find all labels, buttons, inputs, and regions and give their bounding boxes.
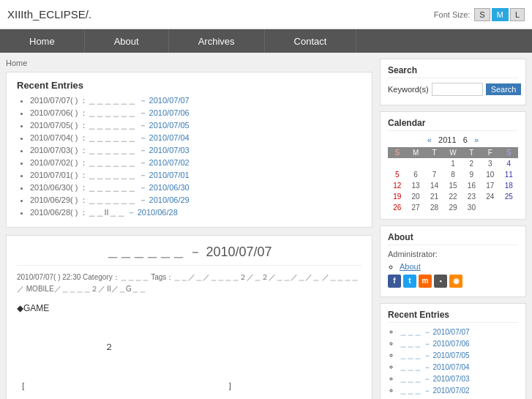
sidebar-recent-entries: Recent Entries ＿＿＿ － 2010/07/07＿＿＿ － 201… xyxy=(380,303,526,399)
cal-day[interactable]: 17 xyxy=(481,180,499,191)
cal-day[interactable]: 5 xyxy=(388,169,406,180)
cal-day[interactable]: 2 xyxy=(462,158,481,169)
cal-day[interactable]: 30 xyxy=(462,202,481,213)
post-content: ◆GAME ２ ［ ］ － 「Great Masters' GP」＿＿＿＿!!!… xyxy=(17,301,361,399)
list-item: 2010/07/06( ) ：＿＿＿＿＿＿ － 2010/07/06 xyxy=(30,108,361,119)
calendar-table: « 2011 6 » S M T W T F xyxy=(388,135,518,213)
search-title: Search xyxy=(388,65,518,78)
cal-th-sat: S xyxy=(500,147,518,158)
list-item: 2010/06/29( ) ：＿＿＿＿＿＿ － 2010/06/29 xyxy=(30,195,361,206)
list-item: ＿＿＿ － 2010/07/06 xyxy=(400,339,518,349)
cal-prev[interactable]: « xyxy=(427,135,432,144)
cal-day[interactable]: 12 xyxy=(388,180,406,191)
cal-day[interactable]: 25 xyxy=(500,191,518,202)
cal-day xyxy=(388,158,406,169)
cal-day[interactable]: 26 xyxy=(388,202,406,213)
post-title: ＿＿＿＿＿＿ － 2010/07/07 xyxy=(17,243,361,266)
post-line xyxy=(17,359,361,373)
calendar-title: Calendar xyxy=(388,118,518,131)
cal-day[interactable]: 11 xyxy=(500,169,518,180)
cal-th-sun: S xyxy=(388,147,406,158)
post-area: ＿＿＿＿＿＿ － 2010/07/07 2010/07/07( ) 22:30 … xyxy=(6,235,372,399)
keyword-label: Keyword(s) xyxy=(388,85,429,94)
cal-th-tue: T xyxy=(425,147,443,158)
cal-day[interactable]: 15 xyxy=(443,180,462,191)
nav-archives[interactable]: Archives xyxy=(169,29,265,53)
cal-day xyxy=(481,202,499,213)
cal-year: 2011 xyxy=(438,135,456,144)
calendar-section: Calendar « 2011 6 » S M T W xyxy=(380,111,526,220)
font-size-widget: Font Size: S M L xyxy=(434,8,525,21)
fc-icon[interactable]: f xyxy=(388,275,401,288)
cal-day[interactable]: 21 xyxy=(425,191,443,202)
font-size-l[interactable]: L xyxy=(510,8,525,21)
recent-entries-box: Recent Entries 2010/07/07( ) ：＿＿＿＿＿＿ － 2… xyxy=(6,72,372,228)
list-item: ＿＿＿ － 2010/07/03 xyxy=(400,374,518,384)
cal-day[interactable]: 9 xyxy=(462,169,481,180)
tw-icon[interactable]: t xyxy=(403,275,416,288)
search-input[interactable] xyxy=(432,83,483,96)
about-link[interactable]: About xyxy=(400,262,421,271)
cal-th-mon: M xyxy=(406,147,424,158)
list-item: 2010/07/07( ) ：＿＿＿＿＿＿ － 2010/07/07 xyxy=(30,95,361,106)
layout: Home Recent Entries 2010/07/07( ) ：＿＿＿＿＿… xyxy=(0,53,532,399)
cal-month: 6 xyxy=(463,135,468,144)
rss-icon[interactable]: ◉ xyxy=(449,275,462,288)
list-item: ＿＿＿ － 2010/07/07 xyxy=(400,327,518,338)
top-bar: XIIIth_ECLIPSE/. Font Size: S M L xyxy=(0,0,532,29)
cal-day[interactable]: 7 xyxy=(425,169,443,180)
cal-day[interactable]: 28 xyxy=(425,202,443,213)
list-item: 2010/07/04( ) ：＿＿＿＿＿＿ － 2010/07/04 xyxy=(30,133,361,143)
post-line: ２ xyxy=(17,340,361,354)
search-button[interactable]: Search xyxy=(486,83,522,95)
cal-day[interactable]: 1 xyxy=(443,158,462,169)
cal-day[interactable]: 10 xyxy=(481,169,499,180)
nav-home[interactable]: Home xyxy=(0,29,85,53)
cal-day[interactable]: 16 xyxy=(462,180,481,191)
cal-th-wed: W xyxy=(443,147,462,158)
cal-day[interactable]: 3 xyxy=(481,158,499,169)
entry-list: 2010/07/07( ) ：＿＿＿＿＿＿ － 2010/07/072010/0… xyxy=(17,95,361,218)
sidebar: Search Keyword(s) Search Calendar « 2011… xyxy=(380,59,526,399)
post-line: ◆GAME xyxy=(17,301,361,316)
cal-day[interactable]: 18 xyxy=(500,180,518,191)
cal-day[interactable]: 8 xyxy=(443,169,462,180)
cal-day[interactable]: 20 xyxy=(406,191,424,202)
cal-th-fri: F xyxy=(481,147,499,158)
nav-about[interactable]: About xyxy=(85,29,169,53)
cal-day[interactable]: 6 xyxy=(406,169,424,180)
list-item: 2010/07/02( ) ：＿＿＿＿＿＿ － 2010/07/02 xyxy=(30,157,361,168)
main-content: Home Recent Entries 2010/07/07( ) ：＿＿＿＿＿… xyxy=(6,59,372,399)
list-item: ＿＿＿ － 2010/07/05 xyxy=(400,351,518,361)
breadcrumb: Home xyxy=(6,59,372,67)
mb-icon[interactable]: m xyxy=(419,275,432,288)
sidebar-recent-title: Recent Entries xyxy=(388,310,518,323)
cal-day xyxy=(500,202,518,213)
font-size-m[interactable]: M xyxy=(492,8,509,21)
cal-day[interactable]: 23 xyxy=(462,191,481,202)
cal-day[interactable]: 27 xyxy=(406,202,424,213)
calendar-caption: « 2011 6 » xyxy=(388,135,518,144)
cal-day[interactable]: 19 xyxy=(388,191,406,202)
list-item: 2010/06/30( ) ：＿＿＿＿＿＿ － 2010/06/30 xyxy=(30,182,361,193)
list-item: ＿＿＿ － 2010/07/02 xyxy=(400,386,518,396)
font-size-s[interactable]: S xyxy=(474,8,490,21)
cal-next[interactable]: » xyxy=(474,135,479,144)
cal-day[interactable]: 22 xyxy=(443,191,462,202)
cal-day[interactable]: 29 xyxy=(443,202,462,213)
about-section: About Administrator: About f t m ▪ ◉ xyxy=(380,225,526,297)
cal-day[interactable]: 24 xyxy=(481,191,499,202)
list-item: 2010/07/01( ) ：＿＿＿＿＿＿ － 2010/07/01 xyxy=(30,170,361,181)
cal-day[interactable]: 13 xyxy=(406,180,424,191)
list-item: 2010/07/05( ) ：＿＿＿＿＿＿ － 2010/07/05 xyxy=(30,120,361,131)
cal-day[interactable]: 4 xyxy=(500,158,518,169)
site-title: XIIIth_ECLIPSE/. xyxy=(7,8,91,20)
cal-day[interactable]: 14 xyxy=(425,180,443,191)
bk-icon[interactable]: ▪ xyxy=(434,275,447,288)
nav-contact[interactable]: Contact xyxy=(265,29,357,53)
recent-entries-title: Recent Entries xyxy=(17,80,361,91)
search-row: Keyword(s) Search xyxy=(388,83,518,96)
post-line: ［ ］ xyxy=(17,379,361,393)
nav: Home About Archives Contact xyxy=(0,29,532,53)
post-line xyxy=(17,320,361,335)
